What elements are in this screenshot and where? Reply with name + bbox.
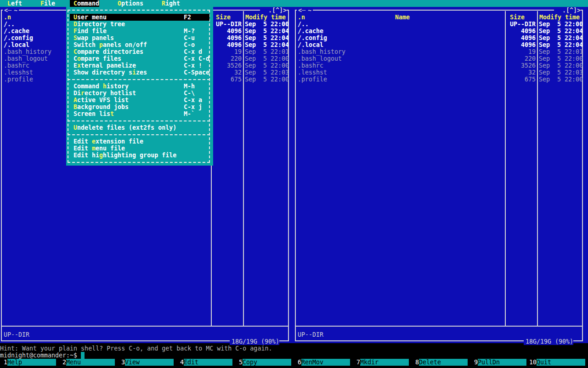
column-header-name[interactable]: Name <box>298 14 507 21</box>
column-header-mtime[interactable]: Modify time <box>245 14 286 21</box>
menu-item-edit-menu-file[interactable]: Edit menu file <box>70 145 209 152</box>
menubar-item-left[interactable]: Left <box>7 0 22 7</box>
menubar-item-command[interactable]: Command <box>74 0 99 7</box>
file-row[interactable]: .bash_history19Sep 5 22:01 <box>294 48 588 55</box>
mini-status-divider <box>2 326 288 327</box>
mc-screen: Left File Command Options Right <─~ .[^]… <box>0 0 588 368</box>
fn-key-mkdir[interactable]: 7Mkdir <box>353 359 412 366</box>
menu-separator <box>68 134 210 135</box>
panel-path: ~ <box>308 7 311 14</box>
file-row[interactable]: /.cache4096Sep 5 22:04 <box>294 28 588 34</box>
right-panel-title[interactable]: <─~ <box>297 7 313 14</box>
history-back-icon[interactable]: <─ <box>298 7 305 14</box>
left-panel-controls[interactable]: .[^]> <box>260 7 287 14</box>
left-panel-title[interactable]: <─~ <box>3 7 19 14</box>
fn-key-renmov[interactable]: 6RenMov <box>294 359 353 366</box>
file-row[interactable]: /..UP--DIRSep 5 22:00 <box>294 21 588 28</box>
shortcut-label: C-x C-d <box>184 55 209 62</box>
fn-key-help[interactable]: 1Help <box>0 359 59 366</box>
mini-status-divider <box>296 326 582 327</box>
column-header-size[interactable]: Size <box>510 14 525 21</box>
panel-path: ~ <box>14 7 17 14</box>
menubar-item-right[interactable]: Right <box>162 0 180 7</box>
menu-separator <box>68 121 210 121</box>
fn-key-quit[interactable]: 10Quit <box>529 359 588 366</box>
menu-item-compare-files[interactable]: Compare filesC-x C-d <box>70 55 209 62</box>
shortcut-label: M-` <box>184 110 195 117</box>
menu-item-external-panelize[interactable]: External panelizeC-x ! <box>70 62 209 69</box>
fn-key-edit[interactable]: 4Edit <box>176 359 235 366</box>
file-row[interactable]: .bash_logout220Sep 5 22:00 <box>294 55 588 62</box>
shortcut-label: C-u <box>184 34 195 41</box>
column-header-size[interactable]: Size <box>216 14 231 21</box>
disk-usage: 18G/19G (90%) <box>230 338 279 345</box>
shortcut-label: C-\ <box>184 90 195 97</box>
file-row[interactable]: /.config4096Sep 5 22:04 <box>294 34 588 41</box>
menu-item-switch-panels-on-off[interactable]: Switch panels on/offC-o <box>70 41 209 48</box>
fn-key-pulldn[interactable]: 9PullDn <box>470 359 529 366</box>
fn-key-menu[interactable]: 2Menu <box>59 359 118 366</box>
shortcut-label: C-x ! <box>184 62 202 69</box>
shortcut-label: C-x a <box>184 97 202 104</box>
shortcut-label: C-x j <box>184 104 202 110</box>
menu-item-directory-tree[interactable]: Directory tree <box>70 21 209 28</box>
shortcut-label: F2 <box>184 14 191 21</box>
right-panel-header-row: .n Name Size Modify time <box>294 14 588 21</box>
menu-item-swap-panels[interactable]: Swap panelsC-u <box>70 34 209 41</box>
mini-status: UP--DIR <box>4 331 29 338</box>
menu-item-screen-list[interactable]: Screen listM-` <box>70 110 209 117</box>
mini-status: UP--DIR <box>298 331 323 338</box>
menubar-item-file[interactable]: File <box>40 0 55 7</box>
file-row[interactable]: .profile675Sep 5 22:00 <box>294 76 588 83</box>
file-row[interactable]: /.local4096Sep 5 22:04 <box>294 41 588 48</box>
file-row[interactable]: .lesshst32Sep 5 22:03 <box>294 69 588 76</box>
fn-key-delete[interactable]: 8Delete <box>412 359 470 366</box>
menubar-item-options[interactable]: Options <box>118 0 143 7</box>
menu-item-edit-extension-file[interactable]: Edit extension file <box>70 138 209 145</box>
history-back-icon[interactable]: <─ <box>4 7 11 14</box>
file-row[interactable]: .bashrc3526Sep 5 22:00 <box>294 62 588 69</box>
column-header-mtime[interactable]: Modify time <box>539 14 580 21</box>
menu-item-user-menu[interactable]: User menuF2 <box>70 14 209 21</box>
menu-item-show-directory-sizes[interactable]: Show directory sizesC-Space <box>70 69 209 76</box>
shortcut-label: C-o <box>184 41 195 48</box>
menu-item-edit-highlighting-group-file[interactable]: Edit highlighting group file <box>70 152 209 159</box>
shortcut-label: C-Space <box>184 69 209 76</box>
menu-separator <box>68 79 210 80</box>
shortcut-label: C-x d <box>184 48 202 55</box>
menu-bar: Left File Command Options Right <box>0 0 588 7</box>
hint-line: Hint: Want your plain shell? Press C-o, … <box>0 345 588 352</box>
menu-item-directory-hotlist[interactable]: Directory hotlistC-\ <box>70 90 209 97</box>
shortcut-label: M-? <box>184 28 195 34</box>
shell-prompt[interactable]: midnight@commander:~$ <box>0 352 588 359</box>
right-panel: <─~ .[^]> .n Name Size Modify time /..UP… <box>294 7 588 343</box>
menu-item-active-vfs-list[interactable]: Active VFS listC-x a <box>70 97 209 104</box>
right-panel-controls[interactable]: .[^]> <box>554 7 581 14</box>
terminal-cursor <box>81 352 85 359</box>
fn-key-copy[interactable]: 5Copy <box>235 359 294 366</box>
menu-item-command-history[interactable]: Command historyM-h <box>70 83 209 90</box>
menu-item-background-jobs[interactable]: Background jobsC-x j <box>70 104 209 110</box>
menu-item-find-file[interactable]: Find fileM-? <box>70 28 209 34</box>
function-key-bar: 1Help 2Menu 3View 4Edit 5Copy 6RenMov 7M… <box>0 359 588 366</box>
shortcut-label: M-h <box>184 83 195 90</box>
menu-item-compare-directories[interactable]: Compare directoriesC-x d <box>70 48 209 55</box>
disk-usage: 18G/19G (90%) <box>524 338 573 345</box>
command-dropdown-menu: User menuF2 Directory tree Find fileM-? … <box>66 7 213 166</box>
fn-key-view[interactable]: 3View <box>118 359 176 366</box>
menu-item-undelete-files[interactable]: Undelete files (ext2fs only) <box>70 124 209 131</box>
